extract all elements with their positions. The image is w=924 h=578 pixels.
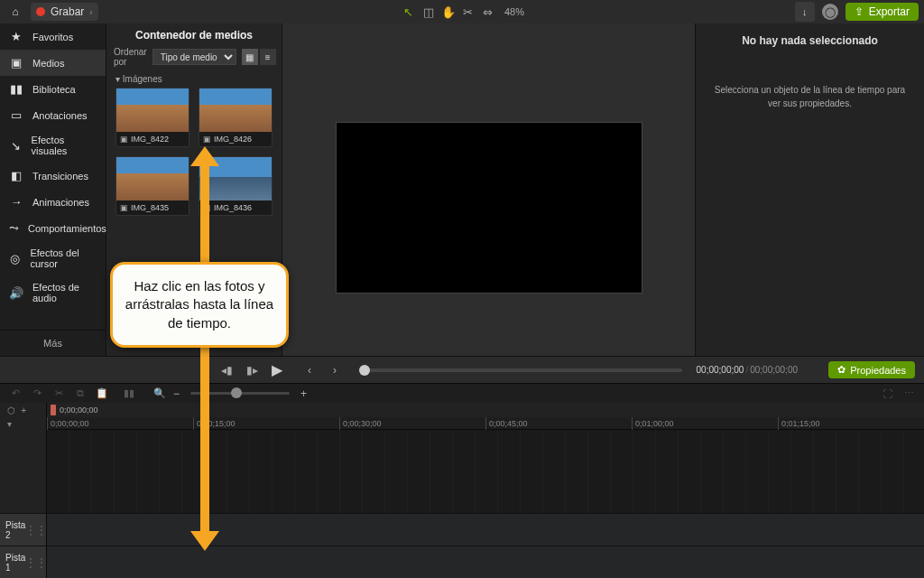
tool-sidebar: ★Favoritos ▣Medios ▮▮Biblioteca ▭Anotaci… [0, 23, 106, 356]
ruler-tick: 0;01;00;00 [632, 417, 674, 430]
view-grid-button[interactable]: ▦ [242, 49, 258, 65]
record-label: Grabar [51, 5, 84, 18]
sidebar-item-library[interactable]: ▮▮Biblioteca [0, 76, 106, 102]
thumb-image [116, 157, 189, 200]
media-thumb[interactable]: IMG_8426 [199, 88, 273, 147]
properties-title: No hay nada seleccionado [742, 31, 878, 83]
sidebar-item-animations[interactable]: →Animaciones [0, 189, 106, 215]
canvas-area [282, 23, 695, 356]
export-label: Exportar [869, 5, 910, 18]
home-icon[interactable]: ⌂ [5, 2, 25, 22]
track-label[interactable]: Pista 2⋮⋮ [0, 513, 46, 545]
playback-slider[interactable] [359, 368, 682, 372]
sidebar-item-favorites[interactable]: ★Favoritos [0, 23, 106, 50]
sidebar-item-audio-effects[interactable]: 🔊Efectos de audio [0, 275, 106, 310]
ruler-tick: 0;00;45;00 [485, 417, 528, 430]
sort-label: Ordenar por [114, 47, 147, 67]
next-frame-button[interactable]: ▮▸ [242, 360, 262, 380]
prev-clip-button[interactable]: ‹ [300, 360, 319, 380]
chevron-down-icon[interactable]: ▾ [7, 419, 12, 429]
playhead[interactable] [51, 405, 56, 415]
time-ruler[interactable]: 0;00;00;00 0;00;15;00 0;00;30;00 0;00;45… [47, 417, 924, 430]
next-clip-button[interactable]: › [325, 360, 345, 380]
chevron-right-icon: › [89, 7, 92, 17]
sidebar-more-button[interactable]: Más [0, 330, 106, 356]
tracks-body[interactable] [47, 430, 924, 578]
sidebar-item-media[interactable]: ▣Medios [0, 50, 106, 76]
copy-button[interactable]: ⧉ [72, 386, 88, 402]
properties-panel: No hay nada seleccionado Selecciona un o… [695, 23, 924, 356]
split-button[interactable]: ▮▮ [121, 386, 137, 402]
properties-toggle-button[interactable]: ✿ Propiedades [828, 361, 915, 378]
sidebar-item-behaviors[interactable]: ⤳Comportamientos [0, 215, 106, 241]
audio-icon: 🔊 [9, 286, 23, 300]
cursor-icon: ◎ [9, 252, 21, 266]
view-list-button[interactable]: ≡ [260, 49, 276, 65]
annotation-icon: ▭ [9, 108, 23, 122]
timeline: ⬡ + ▾ Pista 2⋮⋮ Pista 1⋮⋮ 0;00;00;00 0;0… [0, 403, 924, 578]
thumb-image [116, 89, 189, 132]
drag-handle-icon[interactable]: ⋮⋮ [25, 560, 47, 565]
prev-frame-button[interactable]: ◂▮ [217, 360, 236, 380]
track-row[interactable] [47, 545, 924, 578]
export-button[interactable]: ⇪ Exportar [845, 3, 919, 21]
undo-button[interactable]: ↶ [7, 386, 23, 402]
media-panel-title: Contenedor de medios [106, 23, 282, 47]
sidebar-item-annotations[interactable]: ▭Anotaciones [0, 102, 106, 128]
canvas[interactable] [336, 122, 642, 294]
record-button[interactable]: Grabar › [31, 3, 98, 21]
sidebar-item-cursor-effects[interactable]: ◎Efectos del cursor [0, 241, 106, 275]
media-thumb[interactable]: IMG_8422 [116, 88, 189, 147]
drag-handle-icon[interactable]: ⋮⋮ [25, 527, 47, 533]
redo-button[interactable]: ↷ [29, 386, 45, 402]
media-category-header[interactable]: ▾ Imágenes [106, 72, 282, 88]
star-icon: ★ [9, 30, 23, 43]
thumb-label: IMG_8435 [116, 200, 189, 215]
add-track-button[interactable]: + [21, 405, 26, 415]
marquee-tool-icon[interactable]: ◫ [420, 3, 438, 21]
zoom-readout[interactable]: 48% [504, 6, 524, 17]
track-row[interactable] [47, 513, 924, 545]
animations-icon: → [9, 195, 23, 209]
transitions-icon: ◧ [9, 169, 23, 182]
record-icon [36, 7, 45, 16]
resize-tool-icon[interactable]: ⇔ [479, 3, 497, 21]
expand-timeline-button[interactable]: ⛶ [879, 386, 895, 402]
top-toolbar: ⌂ Grabar › ↖ ◫ ✋ ✂ ⇔ 48% ↓ ◯ ⇪ Exportar [0, 0, 924, 23]
sort-row: Ordenar por Tipo de medio ▦ ≡ [106, 47, 282, 72]
properties-empty-message: Selecciona un objeto de la línea de tiem… [703, 83, 917, 110]
media-thumb[interactable]: IMG_8436 [199, 156, 273, 216]
track-add-row: ⬡ + [0, 403, 46, 417]
pan-tool-icon[interactable]: ✋ [439, 3, 457, 21]
cut-button[interactable]: ✂ [51, 386, 67, 402]
play-button[interactable]: ▶ [267, 360, 287, 380]
ruler-tick: 0;00;15;00 [193, 417, 236, 430]
gear-icon: ✿ [837, 364, 845, 376]
track-label[interactable]: Pista 1⋮⋮ [0, 545, 46, 578]
playback-time: 00;00;00;00/00;00;00;00 [697, 365, 798, 375]
media-icon: ▣ [9, 56, 23, 70]
tutorial-callout: Haz clic en las fotos y arrástralas hast… [110, 262, 289, 348]
download-icon[interactable]: ↓ [795, 2, 815, 22]
media-thumb[interactable]: IMG_8435 [116, 156, 189, 216]
select-tool-icon[interactable]: ↖ [400, 3, 418, 21]
crop-tool-icon[interactable]: ✂ [459, 3, 477, 21]
behaviors-icon: ⤳ [9, 221, 19, 235]
track-label-column: ⬡ + ▾ Pista 2⋮⋮ Pista 1⋮⋮ [0, 403, 47, 578]
sort-select[interactable]: Tipo de medio [152, 49, 236, 65]
account-avatar-icon[interactable]: ◯ [822, 4, 838, 20]
canvas-viewport[interactable] [282, 23, 695, 356]
thumb-label: IMG_8422 [116, 132, 189, 146]
sidebar-item-visual-effects[interactable]: ↘Efectos visuales [0, 128, 106, 163]
zoom-out-icon[interactable]: 🔍 [152, 386, 168, 402]
ruler-tick: 0;01;15;00 [778, 417, 820, 430]
marker-icon[interactable]: ⬡ [7, 406, 15, 415]
thumb-label: IMG_8436 [199, 200, 272, 215]
plus-icon: + [300, 387, 307, 400]
playhead-strip[interactable]: 0;00;00;00 [47, 403, 924, 417]
paste-button[interactable]: 📋 [94, 386, 110, 402]
track-area[interactable]: 0;00;00;00 0;00;00;00 0;00;15;00 0;00;30… [47, 403, 924, 578]
timeline-zoom-slider[interactable] [190, 392, 290, 395]
timeline-menu-button[interactable]: ⋯ [901, 386, 917, 402]
sidebar-item-transitions[interactable]: ◧Transiciones [0, 163, 106, 189]
